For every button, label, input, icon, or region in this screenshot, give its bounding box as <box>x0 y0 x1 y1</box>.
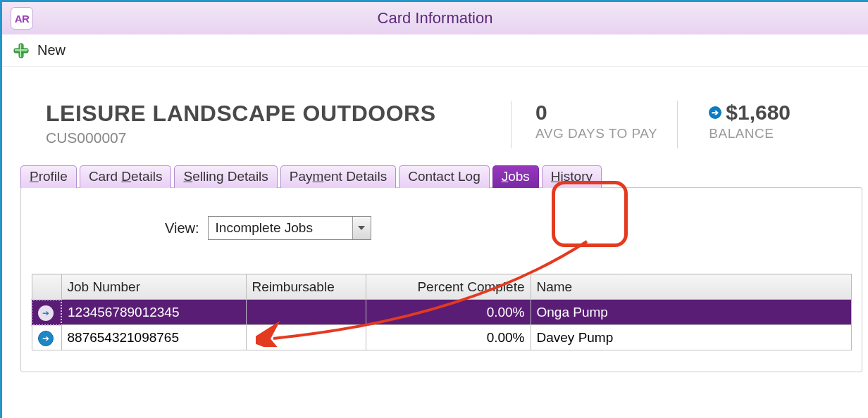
summary-row: LEISURE LANDSCAPE OUTDOORS CUS000007 0 A… <box>46 101 868 148</box>
cell-job-number: 887654321098765 <box>61 325 246 350</box>
app-icon: AR <box>11 7 33 30</box>
cell-reimbursable <box>246 325 366 350</box>
company-name: LEISURE LANDSCAPE OUTDOORS <box>46 101 511 127</box>
cell-percent-complete: 0.00% <box>366 300 531 325</box>
toolbar: New <box>2 34 868 67</box>
svg-rect-3 <box>15 49 27 51</box>
cell-reimbursable <box>246 300 366 325</box>
arrow-right-icon[interactable]: ➔ <box>709 106 721 119</box>
col-header-name[interactable]: Name <box>531 274 852 300</box>
tab-jobs[interactable]: Jobs <box>492 165 539 188</box>
cell-name: Davey Pump <box>531 325 852 350</box>
table-header-row: Job Number Reimbursable Percent Complete… <box>32 274 852 300</box>
tab-panel-jobs: View: Incomplete Jobs Job Number Reimbur… <box>20 187 862 372</box>
balance-label: BALANCE <box>709 126 790 141</box>
view-select-value: Incomplete Jobs <box>209 220 352 236</box>
company-code: CUS000007 <box>46 129 511 146</box>
col-header-job-number[interactable]: Job Number <box>61 274 246 300</box>
arrow-right-icon[interactable]: ➔ <box>38 305 54 321</box>
balance-value: $1,680 <box>726 101 790 125</box>
view-select[interactable]: Incomplete Jobs <box>208 216 371 240</box>
col-header-percent-complete[interactable]: Percent Complete <box>366 274 531 300</box>
tab-profile[interactable]: Profile <box>20 165 77 188</box>
cell-job-number: 123456789012345 <box>61 300 246 325</box>
avg-days-value: 0 <box>535 101 657 125</box>
col-header-reimbursable[interactable]: Reimbursable <box>246 274 366 300</box>
jobs-table: Job Number Reimbursable Percent Complete… <box>31 274 852 350</box>
tab-payment-details[interactable]: Payment Details <box>280 165 396 188</box>
table-row[interactable]: ➔ 123456789012345 0.00% Onga Pump <box>32 300 852 325</box>
view-label: View: <box>165 220 199 236</box>
tab-contact-log[interactable]: Contact Log <box>399 165 489 188</box>
arrow-right-icon[interactable]: ➔ <box>38 331 54 346</box>
cell-name: Onga Pump <box>531 300 852 325</box>
chevron-down-icon[interactable] <box>352 217 371 239</box>
tabs: Profile Card Details Selling Details Pay… <box>20 165 868 188</box>
new-button[interactable]: New <box>37 42 66 58</box>
avg-days-label: AVG DAYS TO PAY <box>535 126 657 141</box>
tab-history[interactable]: History <box>542 165 602 188</box>
title-bar: AR Card Information <box>2 2 868 34</box>
cell-percent-complete: 0.00% <box>366 325 531 350</box>
table-row[interactable]: ➔ 887654321098765 0.00% Davey Pump <box>32 325 852 350</box>
window-title: Card Information <box>378 9 493 27</box>
plus-icon[interactable] <box>12 42 30 60</box>
tab-card-details[interactable]: Card Details <box>80 165 172 188</box>
tab-selling-details[interactable]: Selling Details <box>174 165 277 188</box>
col-header-blank[interactable] <box>32 274 61 300</box>
